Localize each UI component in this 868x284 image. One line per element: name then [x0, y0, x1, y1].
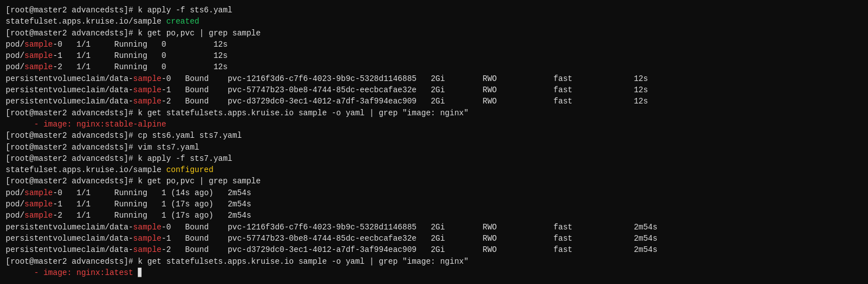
line9: persistentvolumeclaim/data-sample-2 Boun… [6, 96, 862, 107]
line20: persistentvolumeclaim/data-sample-0 Boun… [6, 222, 862, 233]
line23: [root@master2 advancedsts]# k get statef… [6, 256, 862, 267]
line13: [root@master2 advancedsts]# vim sts7.yam… [6, 142, 862, 153]
line8: persistentvolumeclaim/data-sample-1 Boun… [6, 84, 862, 96]
line12: [root@master2 advancedsts]# cp sts6.yaml… [6, 130, 862, 141]
line3: [root@master2 advancedsts]# k get po,pvc… [6, 28, 862, 39]
line4: pod/sample-0 1/1 Running 0 12s [6, 39, 862, 50]
line14: [root@master2 advancedsts]# k apply -f s… [6, 153, 862, 164]
line1: [root@master2 advancedsts]# k apply -f s… [6, 4, 862, 16]
line24: - image: nginx:latest ▊ [6, 267, 862, 278]
line21: persistentvolumeclaim/data-sample-1 Boun… [6, 233, 862, 244]
line18: pod/sample-1 1/1 Running 1 (17s ago) 2m5… [6, 199, 862, 210]
line2: statefulset.apps.kruise.io/sample create… [6, 16, 862, 27]
line22: persistentvolumeclaim/data-sample-2 Boun… [6, 244, 862, 255]
line10: [root@master2 advancedsts]# k get statef… [6, 107, 862, 119]
terminal-output: [root@master2 advancedsts]# k apply -f s… [6, 4, 862, 278]
line11: - image: nginx:stable-alpine [6, 119, 862, 130]
line15: statefulset.apps.kruise.io/sample config… [6, 164, 862, 175]
line16: [root@master2 advancedsts]# k get po,pvc… [6, 175, 862, 187]
line7: persistentvolumeclaim/data-sample-0 Boun… [6, 73, 862, 84]
line6: pod/sample-2 1/1 Running 0 12s [6, 61, 862, 73]
line17: pod/sample-0 1/1 Running 1 (14s ago) 2m5… [6, 187, 862, 199]
line19: pod/sample-2 1/1 Running 1 (17s ago) 2m5… [6, 210, 862, 221]
line5: pod/sample-1 1/1 Running 0 12s [6, 50, 862, 61]
